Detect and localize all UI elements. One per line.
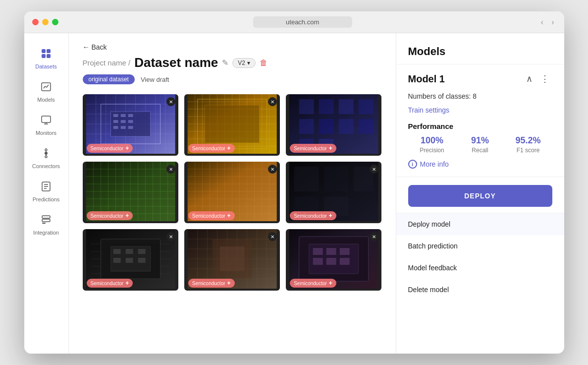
image-grid: ✕ bbox=[83, 94, 382, 291]
tag-add-8[interactable]: + bbox=[227, 280, 231, 287]
model-name: Model 1 bbox=[408, 73, 445, 85]
model-more-button[interactable]: ⋮ bbox=[537, 72, 552, 85]
image-tag-8: Semiconductor + bbox=[188, 279, 235, 288]
image-tag-5: Semiconductor + bbox=[188, 211, 235, 220]
dropdown-item-delete-model[interactable]: Delete model bbox=[396, 279, 564, 301]
tag-add-1[interactable]: + bbox=[125, 145, 129, 152]
info-icon: i bbox=[408, 160, 417, 169]
connectors-icon bbox=[41, 148, 52, 161]
dropdown-item-model-feedback[interactable]: Model feedback bbox=[396, 257, 564, 279]
svg-point-8 bbox=[45, 152, 48, 155]
main-content: ← Back Project name / Dataset name ✎ V2 … bbox=[69, 33, 396, 354]
sidebar-item-datasets[interactable]: Datasets bbox=[27, 43, 65, 74]
svg-rect-36 bbox=[113, 114, 118, 117]
tag-label-2: Semiconductor bbox=[192, 146, 225, 151]
performance-label: Performance bbox=[408, 122, 552, 130]
svg-rect-74 bbox=[359, 119, 374, 134]
deploy-button[interactable]: DEPLOY bbox=[408, 185, 552, 207]
image-tag-4: Semiconductor + bbox=[87, 211, 133, 220]
view-draft-link[interactable]: View draft bbox=[141, 76, 169, 83]
classes-count: 8 bbox=[473, 92, 477, 100]
svg-rect-0 bbox=[42, 49, 46, 53]
image-cell-7: ✕ bbox=[83, 229, 178, 291]
svg-rect-2 bbox=[42, 54, 46, 58]
tag-label-5: Semiconductor bbox=[192, 213, 225, 219]
svg-rect-159 bbox=[313, 248, 323, 255]
tag-label-7: Semiconductor bbox=[91, 281, 124, 286]
predictions-label: Predictions bbox=[33, 196, 59, 202]
svg-point-9 bbox=[45, 149, 47, 151]
tag-add-4[interactable]: + bbox=[125, 212, 129, 219]
datasets-label: Datasets bbox=[35, 63, 56, 69]
tag-add-3[interactable]: + bbox=[329, 145, 332, 152]
close-image-4[interactable]: ✕ bbox=[166, 165, 175, 174]
more-info-label: More info bbox=[420, 160, 449, 168]
image-cell-4: ✕ bbox=[83, 162, 178, 223]
image-cell-8: ✕ bbox=[184, 229, 280, 291]
svg-point-10 bbox=[45, 156, 47, 158]
tag-add-6[interactable]: + bbox=[329, 212, 332, 219]
dropdown-item-deploy-model[interactable]: Deploy model bbox=[396, 213, 564, 235]
version-badge[interactable]: V2 ▾ bbox=[232, 58, 256, 68]
svg-rect-67 bbox=[299, 99, 314, 114]
page-title-row: Project name / Dataset name ✎ V2 ▾ 🗑 bbox=[83, 55, 382, 70]
image-cell-1: ✕ bbox=[83, 94, 178, 156]
edit-icon[interactable]: ✎ bbox=[222, 58, 228, 67]
close-button[interactable] bbox=[32, 19, 39, 25]
deploy-dropdown: Deploy model Batch prediction Model feed… bbox=[396, 213, 564, 301]
dropdown-item-batch-prediction[interactable]: Batch prediction bbox=[396, 235, 564, 257]
svg-rect-42 bbox=[113, 126, 118, 129]
image-tag-7: Semiconductor + bbox=[87, 279, 133, 288]
tag-add-9[interactable]: + bbox=[329, 280, 332, 287]
maximize-button[interactable] bbox=[52, 19, 58, 25]
collapse-model-button[interactable]: ∧ bbox=[523, 72, 535, 85]
svg-rect-116 bbox=[294, 167, 319, 191]
batch-prediction-label: Batch prediction bbox=[408, 242, 458, 250]
integration-label: Integration bbox=[33, 230, 59, 236]
back-arrow[interactable]: ‹ bbox=[539, 17, 545, 28]
sidebar-item-predictions[interactable]: Predictions bbox=[27, 176, 65, 207]
original-dataset-tag: original dataset bbox=[83, 74, 135, 84]
sidebar-item-integration[interactable]: Integration bbox=[27, 209, 65, 241]
tag-add-7[interactable]: + bbox=[125, 280, 129, 287]
svg-rect-43 bbox=[120, 126, 125, 129]
traffic-lights bbox=[32, 19, 58, 25]
sidebar-item-connectors[interactable]: Connectors bbox=[27, 143, 65, 174]
svg-rect-73 bbox=[339, 119, 354, 134]
classes-label: Numbers of classes: bbox=[408, 92, 471, 100]
sidebar-item-models[interactable]: Models bbox=[27, 76, 65, 108]
url-display[interactable]: uteach.com bbox=[253, 16, 352, 28]
train-settings-link[interactable]: Train settings bbox=[408, 106, 552, 114]
svg-rect-163 bbox=[326, 258, 336, 265]
close-image-1[interactable]: ✕ bbox=[166, 97, 175, 106]
svg-rect-70 bbox=[359, 99, 374, 114]
tag-add-2[interactable]: + bbox=[227, 145, 231, 152]
monitors-label: Monitors bbox=[36, 130, 56, 136]
tag-add-5[interactable]: + bbox=[227, 212, 231, 219]
svg-rect-161 bbox=[340, 248, 350, 255]
svg-rect-71 bbox=[299, 119, 314, 134]
delete-icon[interactable]: 🗑 bbox=[260, 59, 267, 67]
close-image-7[interactable]: ✕ bbox=[166, 232, 175, 241]
svg-rect-40 bbox=[120, 120, 125, 123]
app-body: Datasets Models bbox=[24, 33, 564, 354]
minimize-button[interactable] bbox=[42, 19, 49, 25]
monitors-icon bbox=[41, 115, 52, 128]
tag-label-9: Semiconductor bbox=[294, 281, 327, 286]
f1-value: 95.2% bbox=[504, 135, 552, 146]
image-tag-9: Semiconductor + bbox=[290, 279, 336, 288]
svg-rect-5 bbox=[42, 116, 51, 122]
recall-label: Recall bbox=[456, 147, 504, 154]
back-button[interactable]: ← Back bbox=[83, 43, 107, 51]
svg-rect-65 bbox=[205, 105, 259, 143]
predictions-icon bbox=[41, 181, 52, 194]
model-controls: ∧ ⋮ bbox=[523, 72, 552, 85]
tag-label-6: Semiconductor bbox=[294, 213, 327, 219]
panel-title: Models bbox=[408, 45, 552, 58]
titlebar: uteach.com ‹ › bbox=[24, 11, 564, 33]
metric-precision: 100% Precision bbox=[408, 135, 456, 154]
image-tag-3: Semiconductor + bbox=[290, 144, 336, 153]
more-info-row[interactable]: i More info bbox=[408, 160, 552, 169]
sidebar-item-monitors[interactable]: Monitors bbox=[27, 110, 65, 141]
forward-arrow[interactable]: › bbox=[549, 17, 556, 28]
